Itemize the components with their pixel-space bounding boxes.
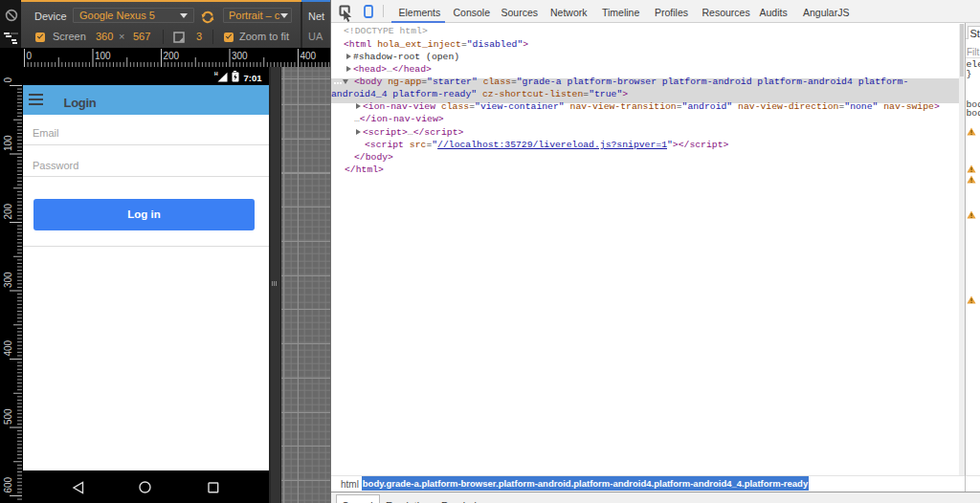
svg-text:200: 200 — [3, 203, 13, 219]
svg-text:0: 0 — [3, 77, 13, 83]
svg-text:300: 300 — [232, 51, 248, 61]
svg-text:400: 400 — [3, 339, 13, 356]
svg-text:0: 0 — [27, 51, 33, 61]
svg-text:600: 600 — [3, 476, 13, 492]
svg-text:200: 200 — [164, 51, 180, 61]
svg-text:300: 300 — [3, 272, 13, 288]
svg-text:100: 100 — [3, 135, 13, 151]
svg-text:100: 100 — [95, 51, 111, 61]
svg-text:400: 400 — [301, 51, 317, 61]
svg-text:500: 500 — [3, 408, 13, 425]
